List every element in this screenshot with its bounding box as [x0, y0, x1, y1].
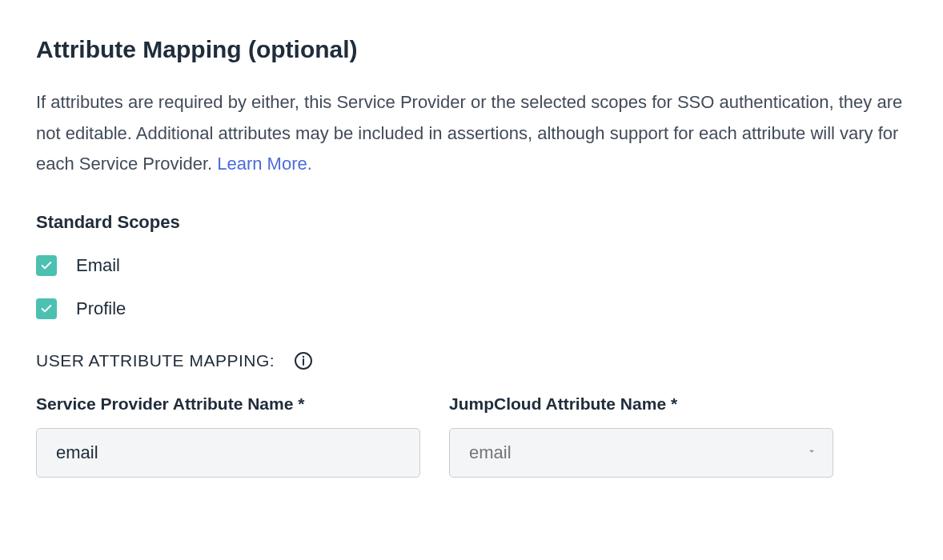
sp-attribute-column: Service Provider Attribute Name * [36, 394, 420, 478]
checkmark-icon [40, 259, 53, 272]
sp-attribute-label: Service Provider Attribute Name * [36, 394, 420, 414]
checkbox-label-email: Email [76, 255, 120, 276]
scope-row-profile: Profile [36, 298, 907, 319]
description-text: If attributes are required by either, th… [36, 92, 902, 174]
jc-attribute-label: JumpCloud Attribute Name * [449, 394, 833, 414]
learn-more-link[interactable]: Learn More. [217, 154, 312, 174]
sp-attribute-input[interactable] [36, 428, 420, 478]
info-icon[interactable] [294, 351, 313, 370]
page-title: Attribute Mapping (optional) [36, 36, 907, 63]
checkbox-email[interactable] [36, 255, 57, 276]
jc-attribute-column: JumpCloud Attribute Name * [449, 394, 833, 478]
checkbox-label-profile: Profile [76, 298, 126, 319]
jc-attribute-select-wrapper [449, 428, 833, 478]
checkbox-profile[interactable] [36, 298, 57, 319]
checkmark-icon [40, 302, 53, 315]
section-description: If attributes are required by either, th… [36, 87, 907, 180]
svg-point-2 [303, 355, 304, 357]
user-attribute-mapping-header: USER ATTRIBUTE MAPPING: [36, 351, 907, 370]
jc-attribute-select[interactable] [449, 428, 833, 478]
standard-scopes-label: Standard Scopes [36, 212, 907, 233]
scope-row-email: Email [36, 255, 907, 276]
user-attribute-mapping-title: USER ATTRIBUTE MAPPING: [36, 351, 275, 370]
attribute-mapping-columns: Service Provider Attribute Name * JumpCl… [36, 394, 907, 478]
